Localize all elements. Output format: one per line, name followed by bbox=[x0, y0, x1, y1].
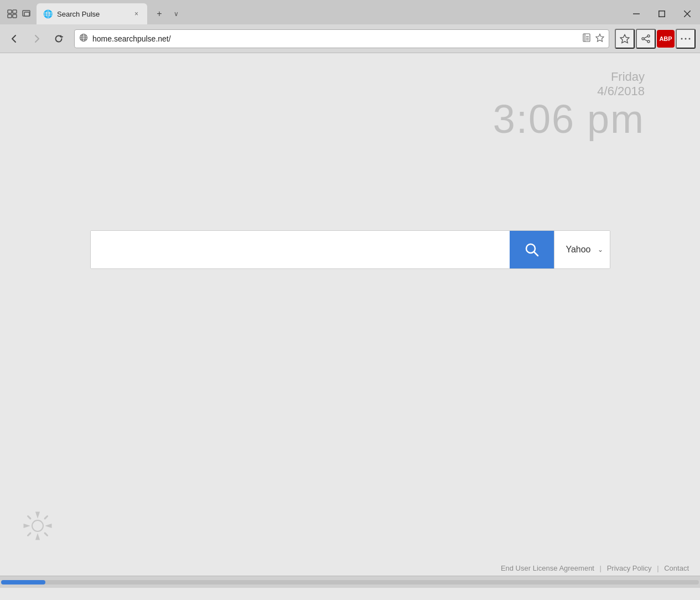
tab-dropdown-button[interactable]: ∨ bbox=[168, 6, 184, 22]
close-tab-button[interactable]: × bbox=[132, 9, 141, 19]
svg-rect-5 bbox=[24, 12, 29, 16]
hub-button[interactable] bbox=[615, 29, 635, 49]
footer-sep-1: | bbox=[600, 564, 602, 572]
active-tab[interactable]: 🌐 Search Pulse × bbox=[37, 3, 147, 24]
window-controls bbox=[624, 3, 700, 24]
time-display: 3:06 pm bbox=[493, 99, 645, 139]
page-content: Friday 4/6/2018 3:06 pm Yahoo ⌄ bbox=[0, 53, 700, 588]
datetime-area: Friday 4/6/2018 3:06 pm bbox=[493, 70, 645, 139]
gear-area[interactable] bbox=[22, 510, 53, 544]
scrollbar-thumb[interactable] bbox=[1, 580, 45, 585]
favorites-icon[interactable] bbox=[6, 7, 19, 20]
engine-selector[interactable]: Yahoo ⌄ bbox=[554, 231, 609, 268]
search-button[interactable] bbox=[510, 231, 554, 268]
scrollbar-area[interactable] bbox=[0, 576, 700, 588]
reading-list-icon[interactable] bbox=[582, 33, 591, 44]
search-icon bbox=[525, 242, 539, 257]
browser-chrome: 🌐 Search Pulse × + ∨ bbox=[0, 0, 700, 53]
contact-link[interactable]: Contact bbox=[664, 564, 689, 572]
svg-rect-3 bbox=[13, 14, 17, 18]
back-pages-icon[interactable] bbox=[20, 7, 33, 20]
close-window-button[interactable] bbox=[675, 3, 700, 24]
svg-point-23 bbox=[642, 38, 644, 40]
tab-actions: + ∨ bbox=[147, 3, 188, 24]
address-bar[interactable] bbox=[74, 29, 609, 48]
svg-point-22 bbox=[647, 35, 650, 37]
svg-point-29 bbox=[689, 38, 691, 39]
date-day: Friday bbox=[493, 70, 645, 84]
toolbar-right: ABP bbox=[615, 29, 696, 49]
svg-line-31 bbox=[534, 252, 538, 256]
svg-line-26 bbox=[644, 39, 647, 40]
footer-links: End User License Agreement | Privacy Pol… bbox=[501, 564, 689, 572]
address-globe-icon bbox=[79, 33, 88, 44]
maximize-button[interactable] bbox=[649, 3, 675, 24]
scrollbar-track[interactable] bbox=[1, 580, 699, 585]
address-input[interactable] bbox=[92, 34, 578, 43]
svg-marker-21 bbox=[620, 34, 629, 43]
tab-favicon: 🌐 bbox=[43, 9, 53, 18]
minimize-button[interactable] bbox=[624, 3, 649, 24]
tab-title: Search Pulse bbox=[57, 10, 128, 18]
favorite-icon[interactable] bbox=[595, 33, 604, 44]
svg-point-32 bbox=[32, 520, 43, 531]
back-button[interactable] bbox=[4, 29, 24, 49]
svg-point-28 bbox=[685, 38, 687, 39]
svg-rect-1 bbox=[13, 10, 17, 13]
eula-link[interactable]: End User License Agreement bbox=[501, 564, 594, 572]
nav-bar: ABP bbox=[0, 24, 700, 53]
footer-sep-2: | bbox=[657, 564, 658, 572]
svg-point-27 bbox=[681, 38, 683, 39]
svg-point-24 bbox=[647, 40, 650, 43]
chevron-down-icon: ⌄ bbox=[598, 246, 610, 254]
search-input[interactable] bbox=[91, 231, 510, 268]
forward-button[interactable] bbox=[27, 29, 46, 49]
tab-bar: 🌐 Search Pulse × + ∨ bbox=[0, 0, 700, 24]
refresh-button[interactable] bbox=[49, 29, 69, 49]
svg-line-25 bbox=[644, 36, 647, 38]
tab-controls-left bbox=[2, 3, 37, 24]
settings-gear-icon[interactable] bbox=[22, 510, 53, 541]
svg-rect-7 bbox=[659, 11, 665, 17]
search-box: Yahoo ⌄ bbox=[90, 230, 610, 269]
svg-marker-20 bbox=[596, 34, 604, 42]
abp-button[interactable]: ABP bbox=[657, 30, 675, 48]
svg-rect-15 bbox=[583, 34, 590, 42]
more-button[interactable] bbox=[676, 29, 696, 49]
abp-label: ABP bbox=[659, 35, 672, 42]
engine-label: Yahoo bbox=[554, 245, 597, 255]
privacy-policy-link[interactable]: Privacy Policy bbox=[607, 564, 652, 572]
svg-rect-2 bbox=[8, 14, 12, 18]
new-tab-button[interactable]: + bbox=[152, 6, 167, 22]
share-button[interactable] bbox=[636, 29, 656, 49]
search-area: Yahoo ⌄ bbox=[90, 230, 610, 269]
svg-rect-0 bbox=[8, 10, 12, 13]
